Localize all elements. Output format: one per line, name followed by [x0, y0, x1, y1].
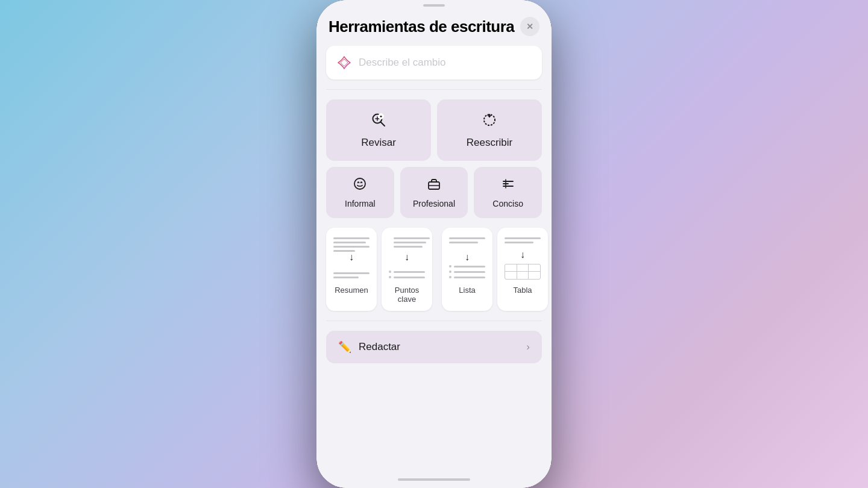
- close-button[interactable]: ✕: [520, 17, 539, 36]
- home-bar: [398, 478, 470, 481]
- resumen-label: Resumen: [335, 286, 368, 295]
- divider-1: [326, 89, 542, 90]
- conciso-button[interactable]: Conciso: [474, 167, 542, 218]
- svg-line-2: [381, 122, 385, 127]
- sheet-title: Herramientas de escritura: [329, 17, 514, 36]
- reescribir-button[interactable]: Reescribir: [437, 99, 542, 161]
- divider-2: [326, 321, 542, 321]
- format-section: ↓ Resumen: [326, 228, 542, 311]
- conciso-label: Conciso: [492, 199, 523, 208]
- resumen-card[interactable]: ↓ Resumen: [326, 228, 377, 311]
- search-field[interactable]: Describe el cambio: [326, 46, 542, 80]
- svg-point-7: [354, 178, 365, 189]
- revisar-button[interactable]: Revisar: [326, 99, 431, 161]
- informal-icon: [353, 177, 367, 194]
- revisar-icon: [370, 111, 387, 132]
- svg-point-0: [338, 56, 351, 69]
- profesional-button[interactable]: Profesional: [400, 167, 468, 218]
- informal-label: Informal: [345, 199, 376, 208]
- profesional-icon: [427, 177, 441, 194]
- tabla-visual: ↓: [502, 234, 543, 282]
- profesional-label: Profesional: [413, 199, 455, 208]
- phone-screen: Herramientas de escritura ✕: [316, 0, 552, 488]
- small-buttons-row: Informal Profesional: [326, 167, 542, 218]
- tabla-card[interactable]: ↓: [497, 228, 548, 311]
- puntos-clave-visual: ↓: [386, 234, 427, 282]
- reescribir-label: Reescribir: [467, 137, 513, 149]
- reescribir-icon: [481, 111, 498, 132]
- big-buttons-row: Revisar Reescribir: [326, 99, 542, 161]
- home-indicator: [316, 471, 552, 488]
- sheet: Herramientas de escritura ✕: [316, 7, 552, 471]
- lista-visual: ↓: [447, 234, 488, 282]
- revisar-label: Revisar: [361, 137, 396, 149]
- ai-icon: [336, 54, 353, 71]
- close-icon: ✕: [526, 22, 533, 31]
- lista-label: Lista: [459, 286, 475, 295]
- redactar-left: ✏️ Redactar: [338, 340, 400, 354]
- puntos-clave-card[interactable]: ↓ Puntos clave: [382, 228, 432, 311]
- lista-card[interactable]: ↓: [442, 228, 492, 311]
- resumen-visual: ↓: [331, 234, 372, 282]
- informal-button[interactable]: Informal: [326, 167, 394, 218]
- conciso-icon: [501, 177, 515, 194]
- drag-indicator: [423, 4, 445, 7]
- redactar-label: Redactar: [359, 341, 400, 353]
- pencil-icon: ✏️: [338, 340, 351, 354]
- puntos-clave-label: Puntos clave: [386, 286, 427, 304]
- top-bar: [316, 0, 552, 7]
- redactar-button[interactable]: ✏️ Redactar ›: [326, 331, 542, 363]
- search-placeholder: Describe el cambio: [359, 57, 532, 69]
- sheet-header: Herramientas de escritura ✕: [326, 7, 542, 46]
- chevron-right-icon: ›: [526, 341, 530, 353]
- tabla-label: Tabla: [513, 286, 532, 295]
- phone-frame: Herramientas de escritura ✕: [316, 0, 552, 488]
